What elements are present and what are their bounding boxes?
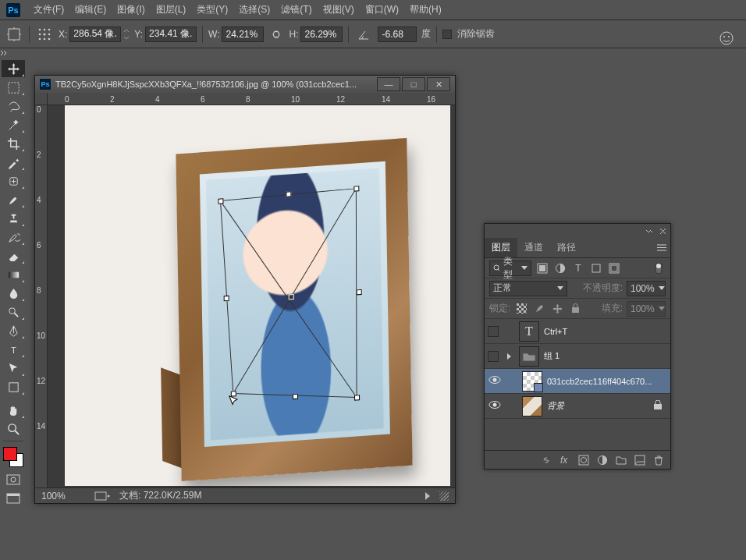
move-tool[interactable] [2, 60, 25, 77]
status-icon[interactable] [94, 491, 110, 501]
layer-row-smart[interactable]: 031ccb2cec116ff404c670... [485, 369, 670, 394]
ruler-horizontal[interactable]: 0 2 4 6 8 10 12 14 16 [48, 93, 455, 105]
new-layer-icon[interactable] [634, 455, 645, 466]
hand-tool[interactable] [2, 402, 25, 419]
link-layers-icon[interactable] [541, 455, 552, 466]
ruler-vertical[interactable]: 0 2 4 6 8 10 12 14 [35, 105, 48, 487]
transform-handle-ml[interactable] [224, 296, 229, 301]
filter-adjust-icon[interactable] [553, 261, 567, 275]
antialias-checkbox[interactable] [442, 30, 452, 39]
layer-name[interactable]: Ctrl+T [544, 327, 667, 336]
transform-handle-mr[interactable] [357, 289, 362, 295]
menu-layer[interactable]: 图层(L) [151, 1, 192, 19]
menu-type[interactable]: 类型(Y) [191, 1, 233, 19]
filter-kind-select[interactable]: 类型 [489, 261, 531, 276]
lock-all-icon[interactable] [568, 302, 582, 316]
transform-handle-tc[interactable] [286, 191, 291, 197]
lock-pixels-icon[interactable] [532, 302, 546, 316]
filter-toggle[interactable] [652, 261, 666, 275]
marquee-tool[interactable] [2, 79, 25, 96]
fill-input[interactable]: 100% [627, 301, 666, 317]
zoom-tool[interactable] [2, 420, 25, 438]
new-adjustment-icon[interactable] [597, 455, 608, 466]
gradient-tool[interactable] [2, 266, 25, 283]
ruler-origin[interactable] [35, 93, 48, 105]
opacity-input[interactable]: 100% [627, 281, 666, 296]
delete-layer-icon[interactable] [653, 455, 664, 466]
menu-edit[interactable]: 编辑(E) [69, 1, 112, 19]
layer-name[interactable]: 组 1 [544, 350, 667, 362]
brush-tool[interactable] [2, 191, 25, 208]
transform-handle-tl[interactable] [218, 198, 223, 204]
visibility-toggle[interactable] [488, 326, 499, 337]
filter-type-icon[interactable]: T [571, 261, 585, 275]
clone-stamp-tool[interactable] [2, 210, 25, 227]
visibility-toggle[interactable] [488, 400, 502, 412]
close-button[interactable]: ✕ [427, 77, 450, 91]
shape-tool[interactable] [2, 378, 25, 395]
canvas-area[interactable] [48, 105, 455, 487]
zoom-level[interactable]: 100% [41, 491, 85, 502]
quickmask-toggle[interactable] [2, 472, 24, 487]
x-input[interactable] [69, 27, 121, 42]
minimize-button[interactable]: — [377, 77, 400, 91]
path-select-tool[interactable] [2, 360, 25, 377]
transform-handle-tr[interactable] [353, 186, 359, 191]
h-input[interactable] [300, 27, 343, 42]
layer-name[interactable]: 背景 [547, 400, 648, 412]
lasso-tool[interactable] [2, 97, 25, 115]
angle-input[interactable] [378, 27, 417, 42]
document-titlebar[interactable]: Ps TB2Cy5oXgnH8KJjSspcXXb3QFXa_!!6875321… [35, 76, 455, 93]
resize-grip[interactable] [439, 491, 449, 501]
pen-tool[interactable] [2, 322, 25, 339]
y-input[interactable] [145, 27, 197, 42]
layer-row-text[interactable]: T Ctrl+T [485, 319, 670, 344]
new-group-icon[interactable] [616, 455, 627, 466]
menu-select[interactable]: 选择(S) [233, 1, 275, 19]
tab-channels[interactable]: 通道 [517, 238, 550, 257]
w-input[interactable] [222, 27, 264, 42]
filter-pixel-icon[interactable] [535, 261, 549, 275]
foreground-color[interactable] [3, 447, 17, 461]
filter-shape-icon[interactable] [589, 261, 603, 275]
transform-center[interactable] [289, 294, 294, 299]
blend-mode-select[interactable]: 正常 [489, 281, 567, 296]
transform-handle-bc[interactable] [293, 394, 298, 399]
menu-view[interactable]: 视图(V) [318, 1, 360, 19]
maximize-button[interactable]: □ [402, 77, 425, 91]
close-panel-icon[interactable] [659, 227, 667, 236]
menu-filter[interactable]: 滤镜(T) [275, 1, 317, 19]
eyedropper-tool[interactable] [2, 154, 25, 171]
type-tool[interactable]: T [2, 341, 25, 358]
crop-tool[interactable] [2, 135, 25, 152]
add-mask-icon[interactable] [578, 455, 589, 466]
transform-tool-icon[interactable] [5, 25, 23, 44]
expand-gutter-icon[interactable] [0, 48, 8, 56]
screenmode-toggle[interactable] [2, 491, 24, 506]
eraser-tool[interactable] [2, 247, 25, 264]
visibility-toggle[interactable] [488, 375, 502, 387]
layer-name[interactable]: 031ccb2cec116ff404c670... [547, 377, 667, 386]
group-expand-icon[interactable] [507, 353, 511, 360]
puppet-face-icon[interactable] [718, 30, 735, 49]
collapse-panel-icon[interactable] [645, 227, 654, 236]
document-info[interactable]: 文档: 722.0K/2.59M [119, 489, 201, 502]
history-brush-tool[interactable] [2, 229, 25, 246]
layer-row-group[interactable]: 组 1 [485, 344, 670, 369]
color-swatch[interactable] [3, 447, 23, 467]
layer-fx-icon[interactable]: fx [560, 455, 570, 466]
lock-position-icon[interactable] [550, 302, 564, 316]
tab-paths[interactable]: 路径 [550, 238, 583, 257]
link-wh-icon[interactable] [268, 27, 284, 42]
panel-menu-icon[interactable] [653, 238, 670, 257]
reference-point-icon[interactable] [35, 25, 54, 44]
layer-row-background[interactable]: 背景 [485, 394, 670, 419]
status-menu-icon[interactable] [425, 492, 430, 500]
blur-tool[interactable] [2, 285, 25, 302]
menu-help[interactable]: 帮助(H) [404, 1, 447, 19]
dodge-tool[interactable] [2, 303, 25, 321]
filter-smart-icon[interactable] [607, 261, 621, 275]
healing-brush-tool[interactable] [2, 172, 25, 190]
lock-transparent-icon[interactable] [514, 302, 528, 316]
transform-handle-br[interactable] [354, 395, 360, 400]
